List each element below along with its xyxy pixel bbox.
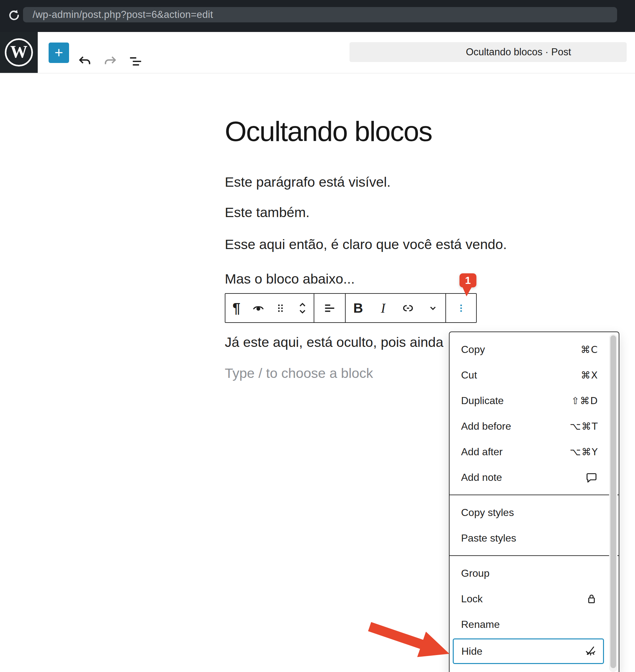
paragraph-block[interactable]: Este também. [225,205,309,220]
menu-item-add-after[interactable]: Add after ⌥⌘Y [450,439,619,465]
redo-button[interactable] [102,53,118,70]
menu-item-copy[interactable]: Copy ⌘C [450,337,619,362]
address-bar-url: /wp-admin/post.php?post=6&action=edit [32,9,213,20]
annotation-arrow [365,620,457,662]
italic-icon[interactable]: I [373,294,393,322]
menu-scrollbar-thumb[interactable] [610,335,616,668]
shortcut-label: ⌘C [581,344,598,355]
block-options-menu: Copy ⌘C Cut ⌘X Duplicate ⇧⌘D Add before … [449,332,619,672]
menu-item-add-before[interactable]: Add before ⌥⌘T [450,413,619,439]
editor-header: W + Ocultando blocos · Post [0,32,635,73]
drag-handle-icon[interactable] [271,294,290,322]
menu-item-copy-styles[interactable]: Copy styles [450,500,619,525]
menu-item-duplicate[interactable]: Duplicate ⇧⌘D [450,388,619,413]
shortcut-label: ⌥⌘Y [570,446,598,457]
shortcut-label: ⌥⌘T [570,421,598,432]
browser-chrome-bar: /wp-admin/post.php?post=6&action=edit [0,0,635,32]
wordpress-logo[interactable]: W [0,32,38,73]
menu-item-group[interactable]: Group [450,560,619,586]
link-icon[interactable] [398,294,418,322]
bold-icon[interactable]: B [349,294,368,322]
eye-off-icon [584,645,597,658]
notification-badge: 1 [459,273,476,287]
wordpress-block-editor: /wp-admin/post.php?post=6&action=edit W … [0,0,635,672]
paragraph-block[interactable]: Mas o bloco abaixo... [225,271,355,287]
menu-scrollbar-track[interactable] [609,334,617,672]
document-title: Ocultando blocos · Post [466,46,571,58]
menu-item-hide[interactable]: Hide [453,639,604,664]
menu-item-lock[interactable]: Lock [450,586,619,611]
menu-item-cut[interactable]: Cut ⌘X [450,362,619,388]
chevron-down-icon[interactable] [423,294,442,322]
menu-item-add-note[interactable]: Add note [450,465,619,490]
list-view-button[interactable] [127,53,144,70]
post-title-field[interactable]: Ocultando blocos [225,115,432,148]
hidden-paragraph-block[interactable]: Já este aqui, está oculto, pois ainda [225,334,443,350]
menu-item-paste-styles[interactable]: Paste styles [450,525,619,551]
shortcut-label: ⇧⌘D [571,395,598,406]
lock-icon [585,592,598,605]
shortcut-label: ⌘X [581,369,598,381]
block-toolbar: ¶ [225,293,477,323]
document-title-button[interactable]: Ocultando blocos · Post [349,42,627,62]
empty-block-placeholder[interactable]: Type / to choose a block [225,365,373,381]
options-icon[interactable] [452,294,470,322]
menu-item-rename[interactable]: Rename [450,611,619,637]
block-inserter-button[interactable]: + [49,43,69,63]
undo-button[interactable] [76,53,93,70]
comment-icon [585,471,598,484]
visibility-eye-icon[interactable] [249,294,268,322]
wordpress-logo-icon: W [5,38,33,67]
align-text-icon[interactable] [320,294,339,322]
paragraph-block[interactable]: Este parágrafo está visível. [225,174,391,190]
address-bar[interactable]: /wp-admin/post.php?post=6&action=edit [23,7,617,22]
plus-icon: + [55,45,63,60]
paragraph-block-icon[interactable]: ¶ [227,294,246,322]
paragraph-block[interactable]: Esse aqui então, é claro que você está v… [225,237,507,252]
badge-count: 1 [465,275,471,287]
reload-icon[interactable] [7,8,21,22]
move-up-down-icon[interactable] [293,294,312,322]
